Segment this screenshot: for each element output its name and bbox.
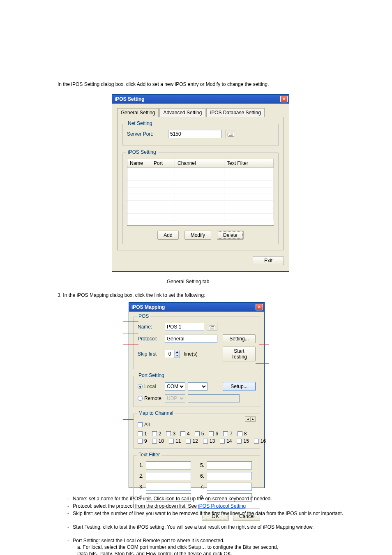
paragraph-step3: 3. In the iPOS Mapping dialog box, click… [58, 292, 337, 299]
callout-line-map [123, 385, 135, 385]
spin-up-icon[interactable]: ▲ [174, 350, 180, 354]
tf-input-7[interactable] [207, 483, 252, 491]
input-pos-name[interactable] [165, 323, 204, 331]
link-ipos-protocol-setting[interactable]: iPOS Protocol Setting [198, 503, 246, 509]
close-icon[interactable]: × [256, 304, 263, 310]
th-text-filter[interactable]: Text Filter [224, 159, 274, 167]
checkbox-ch3[interactable]: 3 [166, 431, 175, 437]
svg-rect-5 [229, 135, 233, 136]
radio-local[interactable]: Local [138, 384, 165, 389]
select-com[interactable]: COM [165, 382, 185, 391]
bullet-skip: Skip first: set the number of lines you … [73, 511, 343, 516]
svg-rect-2 [230, 134, 231, 134]
dialog-ipos-setting: iPOS Setting × General Setting Advanced … [112, 94, 289, 272]
tf-input-3[interactable] [146, 483, 191, 491]
bullet-name: Name: set a name for the iPOS unit. Clic… [73, 496, 272, 502]
input-server-port[interactable] [168, 130, 221, 138]
skip-first-spinner[interactable]: ▲ ▼ [165, 350, 180, 358]
svg-rect-8 [211, 326, 212, 327]
th-port[interactable]: Port [151, 159, 175, 167]
titlebar: iPOS Mapping × [129, 303, 264, 312]
tf-input-2[interactable] [146, 472, 191, 480]
modify-button[interactable]: Modify [184, 231, 211, 240]
tf-input-5[interactable] [207, 461, 252, 469]
input-remote-address [188, 394, 240, 402]
checkbox-ch9[interactable]: 9 [138, 438, 147, 444]
checkbox-all[interactable]: All [138, 422, 150, 428]
select-com-number[interactable] [188, 382, 208, 391]
checkbox-ch11[interactable]: 11 [169, 438, 181, 444]
keyboard-icon[interactable] [226, 130, 236, 138]
tab-ipos-database-setting[interactable]: iPOS Database Setting [206, 108, 264, 117]
close-icon[interactable]: × [280, 96, 288, 102]
tf-label-2: 2. [138, 473, 143, 479]
callout-line-start-testing [259, 345, 269, 345]
spin-down-icon[interactable]: ▼ [174, 354, 180, 358]
paragraph-intro: In the iPOS Setting dialog box, click Ad… [58, 81, 337, 88]
checkbox-ch5[interactable]: 5 [195, 431, 204, 437]
add-button[interactable]: Add [157, 231, 178, 240]
callout-line-skip [123, 345, 138, 345]
page-right-icon[interactable]: ▸ [250, 416, 256, 422]
checkbox-ch4[interactable]: 4 [180, 431, 190, 437]
tf-input-6[interactable] [207, 472, 252, 480]
tf-input-1[interactable] [146, 461, 191, 469]
label-local: Local [144, 384, 156, 389]
checkbox-ch7[interactable]: 7 [223, 431, 233, 437]
dialog-title: iPOS Mapping [131, 304, 165, 310]
svg-rect-9 [212, 326, 213, 327]
th-channel[interactable]: Channel [175, 159, 224, 167]
page-left-icon[interactable]: ◂ [245, 416, 250, 422]
checkbox-ch6[interactable]: 6 [209, 431, 218, 437]
tf-label-1: 1. [138, 462, 143, 468]
dialog-title: iPOS Setting [115, 96, 145, 102]
setting-button[interactable]: Setting... [223, 334, 256, 343]
table-body[interactable] [127, 168, 274, 225]
checkbox-ch15[interactable]: 15 [237, 438, 249, 444]
label-all: All [144, 422, 150, 428]
legend-net-setting: Net Setting [126, 120, 154, 126]
callout-line-name [123, 321, 138, 322]
checkbox-ch14[interactable]: 14 [220, 438, 232, 444]
bullet-port-local-a: a. For local, select the COM port number… [77, 544, 344, 551]
bullet-start-testing: Start Testing: click to test the iPOS se… [73, 524, 314, 530]
th-name[interactable]: Name [127, 159, 151, 167]
checkbox-ch12[interactable]: 12 [186, 438, 198, 444]
legend-pos: POS [137, 313, 150, 319]
start-testing-button[interactable]: Start Testing [223, 347, 256, 361]
tab-advanced-setting[interactable]: Advanced Setting [159, 108, 205, 117]
tf-label-6: 6. [198, 473, 204, 479]
checkbox-ch13[interactable]: 13 [203, 438, 215, 444]
tab-general-setting[interactable]: General Setting [117, 108, 159, 117]
label-name: Name: [138, 324, 165, 330]
tf-label-5: 5. [198, 462, 204, 468]
keyboard-icon[interactable] [207, 323, 217, 331]
svg-rect-10 [213, 326, 214, 327]
setup-button[interactable]: Setup... [223, 382, 256, 391]
svg-rect-4 [232, 134, 233, 134]
checkbox-ch10[interactable]: 10 [152, 438, 164, 444]
input-protocol[interactable] [165, 335, 217, 343]
titlebar: iPOS Setting × [112, 95, 289, 104]
delete-button[interactable]: Delete [217, 231, 244, 240]
label-server-port: Server Port: [127, 131, 168, 137]
checkbox-ch8[interactable]: 8 [238, 431, 247, 437]
tf-label-7: 7. [198, 484, 204, 490]
exit-button[interactable]: Exit [253, 256, 284, 265]
ipos-table: Name Port Channel Text Filter [127, 159, 274, 226]
radio-remote[interactable]: Remote [138, 395, 165, 401]
checkbox-ch2[interactable]: 2 [152, 431, 161, 437]
tabs: General Setting Advanced Setting iPOS Da… [117, 108, 284, 117]
input-skip-first[interactable] [165, 350, 174, 358]
legend-map-to-channel: Map to Channel [137, 410, 175, 416]
keyboard-svg-icon [228, 132, 234, 136]
bullet-port-local-a2: Data bits, Parity, Stop bits, and Flow c… [77, 550, 344, 555]
checkbox-ch1[interactable]: 1 [138, 431, 147, 437]
label-skip-first: Skip first [138, 351, 165, 357]
select-udp: UDP [165, 394, 185, 402]
checkbox-ch16[interactable]: 16 [254, 438, 266, 444]
callout-line-textfilter [123, 419, 134, 420]
svg-rect-7 [210, 326, 210, 327]
svg-rect-6 [209, 326, 215, 329]
bullet-protocol: Protocol: select the protocol from the d… [73, 503, 196, 509]
